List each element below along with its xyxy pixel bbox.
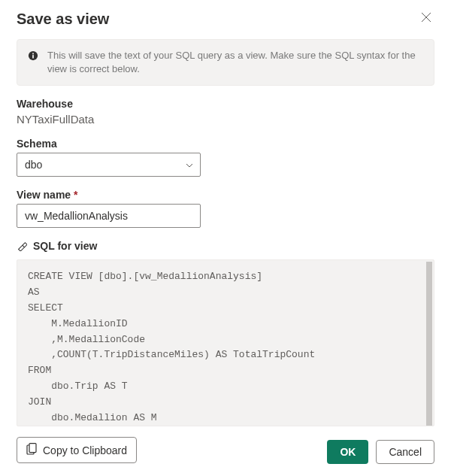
close-button[interactable] (418, 9, 434, 29)
dialog-title: Save as view (17, 11, 109, 28)
copy-to-clipboard-button[interactable]: Copy to Clipboard (17, 437, 137, 463)
close-icon (421, 12, 431, 25)
copy-button-label: Copy to Clipboard (43, 444, 127, 456)
required-asterisk: * (74, 189, 77, 201)
info-text: This will save the text of your SQL quer… (47, 49, 423, 76)
eraser-icon (17, 241, 27, 251)
svg-rect-1 (32, 55, 34, 58)
ok-button[interactable]: OK (327, 440, 368, 464)
cancel-button[interactable]: Cancel (376, 440, 434, 464)
scrollbar[interactable] (426, 262, 432, 426)
viewname-input[interactable] (17, 204, 201, 228)
schema-select-value[interactable] (17, 153, 201, 177)
svg-rect-2 (32, 53, 34, 55)
sql-header: SQL for view (17, 240, 434, 252)
copy-icon (26, 443, 37, 457)
sql-code-area[interactable]: CREATE VIEW [dbo].[vw_MedallionAnalysis]… (17, 259, 434, 426)
info-banner: This will save the text of your SQL quer… (17, 39, 434, 86)
sql-header-label: SQL for view (33, 240, 97, 252)
sql-code-text: CREATE VIEW [dbo].[vw_MedallionAnalysis]… (28, 271, 315, 423)
warehouse-value: NYTaxiFullData (17, 113, 434, 126)
schema-select[interactable] (17, 153, 201, 177)
svg-rect-4 (29, 444, 36, 453)
warehouse-label: Warehouse (17, 98, 434, 110)
schema-label: Schema (17, 138, 434, 150)
info-icon (28, 50, 38, 61)
viewname-label: View name * (17, 189, 434, 201)
